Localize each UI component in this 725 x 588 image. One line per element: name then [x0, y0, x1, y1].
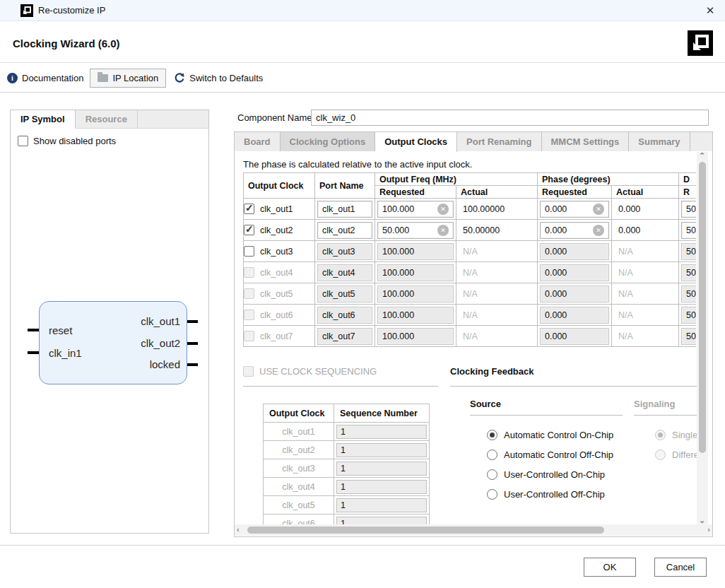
sequence-number-input[interactable]: 1	[336, 480, 427, 494]
phase-requested-input[interactable]: 0.000✕	[540, 222, 609, 239]
horizontal-scroll-thumb[interactable]	[247, 527, 604, 534]
show-disabled-ports-label: Show disabled ports	[33, 136, 116, 146]
phase-requested-input[interactable]: 0.000✕	[540, 264, 609, 281]
clear-icon[interactable]: ✕	[437, 225, 449, 236]
duty-requested-input[interactable]: 50.000	[681, 264, 696, 281]
left-panel-tab[interactable]: IP Symbol	[11, 110, 76, 129]
phase-requested-input[interactable]: 0.000✕	[540, 243, 609, 260]
duty-requested-input[interactable]: 50.000	[681, 201, 696, 218]
left-panel-tab[interactable]: Resource	[76, 110, 138, 128]
switch-to-defaults-button[interactable]: Switch to Defaults	[174, 72, 263, 83]
ip-block: reset clk_in1 clk_out1 clk_out2 locked	[39, 301, 187, 384]
enable-clock-checkbox[interactable]	[244, 288, 254, 299]
feedback-signaling-option[interactable]: Differen	[655, 445, 697, 464]
freq-requested-input[interactable]: 100.000✕	[377, 307, 454, 324]
freq-actual-value: N/A	[456, 331, 478, 341]
main-tab[interactable]: Clocking Options	[281, 132, 376, 151]
freq-requested-input[interactable]: 100.000✕	[377, 286, 454, 302]
ok-button[interactable]: OK	[584, 558, 636, 577]
duty-requested-input[interactable]: 50.000	[681, 243, 696, 260]
phase-requested-input[interactable]: 0.000✕	[540, 328, 609, 345]
port-name-input[interactable]: clk_out2	[317, 222, 372, 239]
col-output-freq: Output Freq (MHz)	[375, 173, 538, 186]
freq-requested-input[interactable]: 50.000✕	[377, 222, 454, 239]
col-output-clock: Output Clock	[244, 173, 315, 199]
freq-requested-input[interactable]: 100.000✕	[377, 264, 454, 281]
ip-location-label: IP Location	[112, 73, 158, 83]
sequence-number-input[interactable]: 1	[336, 425, 427, 439]
duty-requested-input[interactable]: 50.000	[681, 222, 696, 239]
freq-actual-value: 100.00000	[456, 204, 505, 214]
main-tab[interactable]: Output Clocks	[375, 132, 457, 152]
col-sequence-number: Sequence Number	[334, 404, 430, 423]
col-phase: Phase (degrees)	[538, 173, 679, 186]
show-disabled-ports-checkbox[interactable]: Show disabled ports	[18, 136, 116, 146]
duty-requested-input[interactable]: 50.000	[681, 307, 696, 324]
main-tab[interactable]: Summary	[629, 132, 690, 151]
component-name-label: Component Name	[237, 112, 312, 123]
main-tab[interactable]: Port Renaming	[457, 132, 541, 151]
feedback-source-option[interactable]: User-Controlled On-Chip	[487, 464, 613, 484]
duty-requested-input[interactable]: 50.000	[681, 286, 696, 302]
sequence-clock-name: clk_out5	[264, 496, 334, 514]
radio-icon	[487, 449, 497, 460]
enable-clock-checkbox[interactable]	[244, 225, 254, 235]
phase-requested-input[interactable]: 0.000✕	[540, 201, 609, 218]
cancel-button[interactable]: Cancel	[654, 558, 707, 577]
phase-actual-value: 0.000	[612, 225, 640, 235]
duty-requested-input[interactable]: 50.000	[681, 328, 696, 345]
radio-icon	[655, 430, 666, 440]
component-name-input[interactable]: clk_wiz_0	[311, 110, 709, 126]
enable-clock-checkbox[interactable]	[244, 246, 254, 257]
documentation-label: Documentation	[22, 73, 83, 83]
sequence-number-input[interactable]: 1	[336, 461, 427, 476]
feedback-source-option[interactable]: Automatic Control On-Chip	[487, 425, 613, 445]
sequence-clock-name: clk_out3	[264, 459, 334, 478]
feedback-signaling-option[interactable]: Single-e	[655, 425, 697, 445]
main-tab[interactable]: MMCM Settings	[542, 132, 630, 151]
sequence-clock-name: clk_out4	[264, 478, 334, 496]
enable-clock-checkbox[interactable]	[244, 331, 254, 341]
port-name-input[interactable]: clk_out7	[317, 328, 372, 345]
sequence-clock-name: clk_out1	[264, 423, 334, 441]
vertical-scrollbar[interactable]: ⌃ ⌄	[697, 152, 708, 525]
freq-requested-input[interactable]: 100.000✕	[377, 243, 454, 260]
clear-icon[interactable]: ✕	[593, 225, 604, 236]
feedback-source-option[interactable]: Automatic Control Off-Chip	[487, 445, 613, 464]
sequence-number-input[interactable]: 1	[336, 498, 427, 512]
col-duty-requested: R	[679, 186, 696, 199]
freq-requested-input[interactable]: 100.000✕	[377, 201, 454, 218]
output-clock-row: clk_out3 clk_out3 100.000✕ N/A 0.000✕ N/…	[244, 241, 697, 262]
sequence-number-input[interactable]: 1	[336, 443, 427, 457]
phase-requested-input[interactable]: 0.000✕	[540, 307, 609, 324]
close-icon[interactable]: ✕	[702, 3, 718, 18]
port-name-input[interactable]: clk_out3	[317, 243, 372, 260]
feedback-source-option[interactable]: User-Controlled Off-Chip	[487, 484, 613, 504]
phase-requested-input[interactable]: 0.000✕	[540, 286, 609, 302]
main-tab[interactable]: Board	[235, 132, 281, 151]
clock-name: clk_out6	[260, 310, 293, 320]
clock-name: clk_out1	[260, 204, 293, 214]
phase-actual-value: N/A	[612, 289, 633, 299]
scroll-right-icon[interactable]: ›	[707, 525, 710, 534]
port-name-input[interactable]: clk_out4	[317, 264, 372, 281]
port-name-input[interactable]: clk_out1	[317, 201, 372, 218]
enable-clock-checkbox[interactable]	[244, 267, 254, 278]
scroll-up-icon[interactable]: ⌃	[699, 151, 705, 160]
enable-clock-checkbox[interactable]	[244, 310, 254, 320]
vertical-scroll-thumb[interactable]	[699, 162, 706, 453]
feedback-source-options: Automatic Control On-Chip Automatic Cont…	[487, 425, 613, 504]
enable-clock-checkbox[interactable]	[244, 204, 254, 214]
clear-icon[interactable]: ✕	[593, 204, 604, 215]
documentation-button[interactable]: i Documentation	[7, 73, 83, 83]
clear-icon[interactable]: ✕	[437, 204, 449, 215]
freq-requested-input[interactable]: 100.000✕	[377, 328, 454, 345]
scroll-left-icon[interactable]: ‹	[237, 525, 240, 534]
use-clock-sequencing-checkbox[interactable]: USE CLOCK SEQUENCING	[243, 366, 438, 387]
port-name-input[interactable]: clk_out5	[317, 286, 372, 302]
ip-location-button[interactable]: IP Location	[90, 69, 166, 88]
wizard-header: Clocking Wizard (6.0)	[0, 22, 725, 63]
port-name-input[interactable]: clk_out6	[317, 307, 372, 324]
page-title: Clocking Wizard (6.0)	[13, 37, 120, 49]
horizontal-scrollbar[interactable]: ‹ ›	[235, 524, 712, 536]
